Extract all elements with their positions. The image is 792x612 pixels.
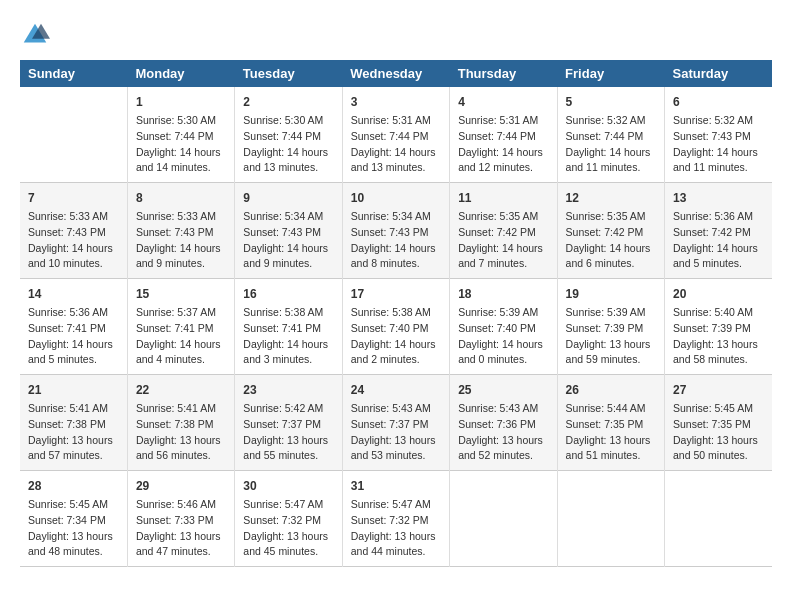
day-number: 29: [136, 477, 226, 495]
day-content: Sunrise: 5:43 AM Sunset: 7:37 PM Dayligh…: [351, 402, 436, 461]
day-content: Sunrise: 5:44 AM Sunset: 7:35 PM Dayligh…: [566, 402, 651, 461]
header-cell-tuesday: Tuesday: [235, 60, 342, 87]
day-number: 12: [566, 189, 656, 207]
day-number: 17: [351, 285, 441, 303]
day-number: 10: [351, 189, 441, 207]
calendar-cell: 30Sunrise: 5:47 AM Sunset: 7:32 PM Dayli…: [235, 471, 342, 567]
day-content: Sunrise: 5:31 AM Sunset: 7:44 PM Dayligh…: [458, 114, 543, 173]
calendar-cell: 29Sunrise: 5:46 AM Sunset: 7:33 PM Dayli…: [127, 471, 234, 567]
day-content: Sunrise: 5:47 AM Sunset: 7:32 PM Dayligh…: [351, 498, 436, 557]
calendar-cell: 18Sunrise: 5:39 AM Sunset: 7:40 PM Dayli…: [450, 279, 557, 375]
day-number: 20: [673, 285, 764, 303]
day-content: Sunrise: 5:30 AM Sunset: 7:44 PM Dayligh…: [243, 114, 328, 173]
week-row-3: 14Sunrise: 5:36 AM Sunset: 7:41 PM Dayli…: [20, 279, 772, 375]
calendar-cell: 24Sunrise: 5:43 AM Sunset: 7:37 PM Dayli…: [342, 375, 449, 471]
week-row-4: 21Sunrise: 5:41 AM Sunset: 7:38 PM Dayli…: [20, 375, 772, 471]
day-number: 13: [673, 189, 764, 207]
day-content: Sunrise: 5:32 AM Sunset: 7:43 PM Dayligh…: [673, 114, 758, 173]
header-cell-sunday: Sunday: [20, 60, 127, 87]
day-number: 18: [458, 285, 548, 303]
calendar-cell: 13Sunrise: 5:36 AM Sunset: 7:42 PM Dayli…: [665, 183, 772, 279]
day-content: Sunrise: 5:34 AM Sunset: 7:43 PM Dayligh…: [351, 210, 436, 269]
header-cell-friday: Friday: [557, 60, 664, 87]
calendar-cell: 21Sunrise: 5:41 AM Sunset: 7:38 PM Dayli…: [20, 375, 127, 471]
day-number: 25: [458, 381, 548, 399]
day-number: 11: [458, 189, 548, 207]
day-content: Sunrise: 5:33 AM Sunset: 7:43 PM Dayligh…: [136, 210, 221, 269]
calendar-cell: 2Sunrise: 5:30 AM Sunset: 7:44 PM Daylig…: [235, 87, 342, 183]
day-content: Sunrise: 5:41 AM Sunset: 7:38 PM Dayligh…: [28, 402, 113, 461]
calendar-cell: 3Sunrise: 5:31 AM Sunset: 7:44 PM Daylig…: [342, 87, 449, 183]
day-number: 8: [136, 189, 226, 207]
day-content: Sunrise: 5:42 AM Sunset: 7:37 PM Dayligh…: [243, 402, 328, 461]
week-row-1: 1Sunrise: 5:30 AM Sunset: 7:44 PM Daylig…: [20, 87, 772, 183]
day-number: 22: [136, 381, 226, 399]
day-content: Sunrise: 5:39 AM Sunset: 7:39 PM Dayligh…: [566, 306, 651, 365]
day-content: Sunrise: 5:30 AM Sunset: 7:44 PM Dayligh…: [136, 114, 221, 173]
calendar-cell: 22Sunrise: 5:41 AM Sunset: 7:38 PM Dayli…: [127, 375, 234, 471]
calendar-cell: [665, 471, 772, 567]
day-number: 30: [243, 477, 333, 495]
calendar-cell: 1Sunrise: 5:30 AM Sunset: 7:44 PM Daylig…: [127, 87, 234, 183]
day-content: Sunrise: 5:37 AM Sunset: 7:41 PM Dayligh…: [136, 306, 221, 365]
day-number: 26: [566, 381, 656, 399]
calendar-cell: 5Sunrise: 5:32 AM Sunset: 7:44 PM Daylig…: [557, 87, 664, 183]
day-content: Sunrise: 5:47 AM Sunset: 7:32 PM Dayligh…: [243, 498, 328, 557]
week-row-2: 7Sunrise: 5:33 AM Sunset: 7:43 PM Daylig…: [20, 183, 772, 279]
day-content: Sunrise: 5:32 AM Sunset: 7:44 PM Dayligh…: [566, 114, 651, 173]
day-content: Sunrise: 5:46 AM Sunset: 7:33 PM Dayligh…: [136, 498, 221, 557]
day-number: 15: [136, 285, 226, 303]
header-cell-saturday: Saturday: [665, 60, 772, 87]
day-content: Sunrise: 5:38 AM Sunset: 7:41 PM Dayligh…: [243, 306, 328, 365]
page-header: [20, 20, 772, 50]
day-number: 6: [673, 93, 764, 111]
calendar-cell: 4Sunrise: 5:31 AM Sunset: 7:44 PM Daylig…: [450, 87, 557, 183]
calendar-cell: 25Sunrise: 5:43 AM Sunset: 7:36 PM Dayli…: [450, 375, 557, 471]
day-content: Sunrise: 5:35 AM Sunset: 7:42 PM Dayligh…: [566, 210, 651, 269]
calendar-cell: 17Sunrise: 5:38 AM Sunset: 7:40 PM Dayli…: [342, 279, 449, 375]
calendar-cell: 28Sunrise: 5:45 AM Sunset: 7:34 PM Dayli…: [20, 471, 127, 567]
calendar-cell: 14Sunrise: 5:36 AM Sunset: 7:41 PM Dayli…: [20, 279, 127, 375]
header-row: SundayMondayTuesdayWednesdayThursdayFrid…: [20, 60, 772, 87]
calendar-header: SundayMondayTuesdayWednesdayThursdayFrid…: [20, 60, 772, 87]
day-content: Sunrise: 5:35 AM Sunset: 7:42 PM Dayligh…: [458, 210, 543, 269]
day-content: Sunrise: 5:43 AM Sunset: 7:36 PM Dayligh…: [458, 402, 543, 461]
calendar-cell: 11Sunrise: 5:35 AM Sunset: 7:42 PM Dayli…: [450, 183, 557, 279]
calendar-cell: 27Sunrise: 5:45 AM Sunset: 7:35 PM Dayli…: [665, 375, 772, 471]
calendar-cell: 8Sunrise: 5:33 AM Sunset: 7:43 PM Daylig…: [127, 183, 234, 279]
calendar-table: SundayMondayTuesdayWednesdayThursdayFrid…: [20, 60, 772, 567]
calendar-cell: 20Sunrise: 5:40 AM Sunset: 7:39 PM Dayli…: [665, 279, 772, 375]
day-number: 16: [243, 285, 333, 303]
calendar-body: 1Sunrise: 5:30 AM Sunset: 7:44 PM Daylig…: [20, 87, 772, 567]
day-number: 14: [28, 285, 119, 303]
day-number: 27: [673, 381, 764, 399]
day-number: 7: [28, 189, 119, 207]
day-number: 1: [136, 93, 226, 111]
calendar-cell: 19Sunrise: 5:39 AM Sunset: 7:39 PM Dayli…: [557, 279, 664, 375]
logo: [20, 20, 54, 50]
calendar-cell: 7Sunrise: 5:33 AM Sunset: 7:43 PM Daylig…: [20, 183, 127, 279]
day-content: Sunrise: 5:45 AM Sunset: 7:35 PM Dayligh…: [673, 402, 758, 461]
calendar-cell: 23Sunrise: 5:42 AM Sunset: 7:37 PM Dayli…: [235, 375, 342, 471]
day-number: 2: [243, 93, 333, 111]
day-number: 28: [28, 477, 119, 495]
calendar-cell: [557, 471, 664, 567]
calendar-cell: 26Sunrise: 5:44 AM Sunset: 7:35 PM Dayli…: [557, 375, 664, 471]
day-number: 9: [243, 189, 333, 207]
calendar-cell: 6Sunrise: 5:32 AM Sunset: 7:43 PM Daylig…: [665, 87, 772, 183]
day-content: Sunrise: 5:36 AM Sunset: 7:42 PM Dayligh…: [673, 210, 758, 269]
day-number: 3: [351, 93, 441, 111]
week-row-5: 28Sunrise: 5:45 AM Sunset: 7:34 PM Dayli…: [20, 471, 772, 567]
day-number: 4: [458, 93, 548, 111]
day-number: 24: [351, 381, 441, 399]
calendar-cell: [20, 87, 127, 183]
day-content: Sunrise: 5:45 AM Sunset: 7:34 PM Dayligh…: [28, 498, 113, 557]
day-content: Sunrise: 5:40 AM Sunset: 7:39 PM Dayligh…: [673, 306, 758, 365]
header-cell-monday: Monday: [127, 60, 234, 87]
day-number: 21: [28, 381, 119, 399]
day-content: Sunrise: 5:34 AM Sunset: 7:43 PM Dayligh…: [243, 210, 328, 269]
header-cell-thursday: Thursday: [450, 60, 557, 87]
header-cell-wednesday: Wednesday: [342, 60, 449, 87]
day-content: Sunrise: 5:39 AM Sunset: 7:40 PM Dayligh…: [458, 306, 543, 365]
calendar-cell: 12Sunrise: 5:35 AM Sunset: 7:42 PM Dayli…: [557, 183, 664, 279]
